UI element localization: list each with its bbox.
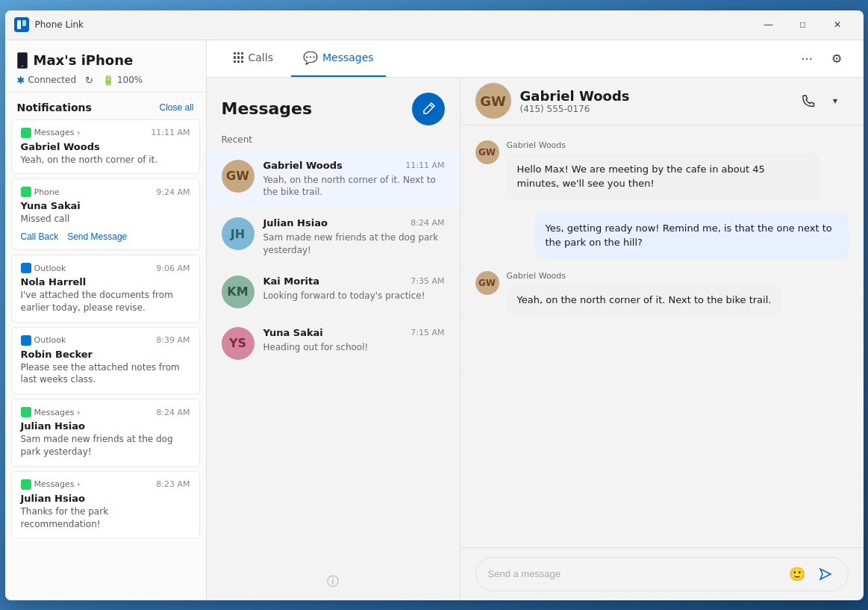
chat-bubble: Hello Max! We are meeting by the cafe in… xyxy=(507,153,820,200)
chat-contact-phone: (415) 555-0176 xyxy=(520,104,786,114)
svg-rect-0 xyxy=(14,17,29,32)
notification-item[interactable]: Messages › 8:24 AM Julian Hsiao Sam made… xyxy=(11,399,200,467)
settings-button[interactable]: ⚙ xyxy=(825,46,849,70)
tab-calls[interactable]: Calls xyxy=(222,40,285,77)
notif-app: Messages › xyxy=(21,128,81,138)
messages-icon xyxy=(21,407,31,417)
chat-bubble: Yeah, on the north corner of it. Next to… xyxy=(507,284,782,317)
message-list-item[interactable]: GW Gabriel Woods 11:11 AM Yeah, on the n… xyxy=(207,151,460,209)
nav-tabs: Calls 💬 Messages xyxy=(222,40,386,77)
phone-app-icon xyxy=(21,187,31,197)
chat-header: GW Gabriel Woods (415) 555-0176 ▾ xyxy=(460,78,864,125)
message-list: GW Gabriel Woods 11:11 AM Yeah, on the n… xyxy=(207,151,460,561)
send-button[interactable] xyxy=(815,564,836,585)
nav-bar: Calls 💬 Messages ⋯ ⚙ xyxy=(207,40,864,78)
minimize-button[interactable]: — xyxy=(752,13,786,36)
close-button[interactable]: ✕ xyxy=(820,13,855,36)
svg-rect-1 xyxy=(17,20,21,29)
info-button[interactable]: ⓘ xyxy=(321,570,345,594)
message-list-item[interactable]: KM Kai Morita 7:35 AM Looking forward to… xyxy=(207,267,460,318)
chat-panel: GW Gabriel Woods (415) 555-0176 ▾ xyxy=(460,78,864,600)
chat-bubble-outgoing: Yes, getting ready now! Remind me, is th… xyxy=(535,212,849,259)
battery-status: 🔋 100% xyxy=(102,75,143,86)
notification-item[interactable]: Phone 9:24 AM Yuna Sakai Missed call Cal… xyxy=(11,178,200,250)
avatar: YS xyxy=(222,327,255,360)
close-all-button[interactable]: Close all xyxy=(159,102,193,113)
messages-tab-icon: 💬 xyxy=(303,51,318,65)
emoji-button[interactable]: 🙂 xyxy=(787,564,808,585)
title-bar: Phone Link — □ ✕ xyxy=(5,10,864,40)
message-input[interactable] xyxy=(488,568,779,579)
device-status: ✱ Connected ↻ 🔋 100% xyxy=(17,75,194,86)
notifications-header: Notifications Close all xyxy=(5,93,206,119)
call-button[interactable] xyxy=(795,87,822,114)
app-logo xyxy=(14,17,29,32)
notifications-title: Notifications xyxy=(17,102,92,113)
device-name: Max's iPhone xyxy=(17,52,194,69)
call-dropdown-button[interactable]: ▾ xyxy=(822,87,849,114)
device-header: Max's iPhone ✱ Connected ↻ 🔋 100% xyxy=(5,40,206,93)
outlook-icon xyxy=(21,263,31,273)
sync-icon: ↻ xyxy=(85,75,93,86)
maximize-button[interactable]: □ xyxy=(786,13,820,36)
messages-icon xyxy=(21,128,31,138)
messages-panel-title: Messages xyxy=(222,99,313,118)
notification-item[interactable]: Outlook 9:06 AM Nola Harrell I've attach… xyxy=(11,255,200,323)
chat-contact-info: Gabriel Woods (415) 555-0176 xyxy=(520,88,786,114)
send-message-button[interactable]: Send Message xyxy=(67,231,127,242)
chat-msg-avatar: GW xyxy=(475,140,499,164)
notif-app: Outlook xyxy=(21,263,66,273)
notif-app: Outlook xyxy=(21,335,66,346)
tab-messages[interactable]: 💬 Messages xyxy=(291,40,386,77)
chat-contact-name: Gabriel Woods xyxy=(520,88,786,104)
chat-msg-avatar: GW xyxy=(475,271,499,295)
chat-input-row: 🙂 xyxy=(475,557,849,591)
messages-panel-header: Messages xyxy=(207,78,460,125)
messages-list-panel: Messages Recent GW Gabriel Woods xyxy=(207,78,460,600)
notifications-list: Messages › 11:11 AM Gabriel Woods Yeah, … xyxy=(5,119,206,600)
sidebar: Max's iPhone ✱ Connected ↻ 🔋 100% xyxy=(5,40,207,600)
app-title: Phone Link xyxy=(35,19,752,30)
messages-icon xyxy=(21,479,31,490)
notif-actions: Call Back Send Message xyxy=(21,231,190,242)
chat-message-outgoing: Yes, getting ready now! Remind me, is th… xyxy=(475,212,849,259)
bluetooth-status: ✱ Connected xyxy=(17,75,77,86)
chat-messages: GW Gabriel Woods Hello Max! We are meeti… xyxy=(460,125,864,547)
notification-item[interactable]: Outlook 8:39 AM Robin Becker Please see … xyxy=(11,327,200,395)
notif-app: Phone xyxy=(21,187,60,197)
call-back-button[interactable]: Call Back xyxy=(21,231,59,242)
nav-actions: ⋯ ⚙ xyxy=(795,46,849,70)
avatar: JH xyxy=(222,217,255,250)
outlook-icon xyxy=(21,335,31,346)
avatar: KM xyxy=(222,276,255,308)
main-content: Max's iPhone ✱ Connected ↻ 🔋 100% xyxy=(5,40,864,600)
notif-app: Messages › xyxy=(21,407,81,417)
more-options-button[interactable]: ⋯ xyxy=(795,46,819,70)
message-list-item[interactable]: YS Yuna Sakai 7:15 AM Heading out for sc… xyxy=(207,318,460,370)
bluetooth-icon: ✱ xyxy=(17,75,25,86)
message-list-item[interactable]: JH Julian Hsiao 8:24 AM Sam made new fri… xyxy=(207,208,460,267)
battery-icon: 🔋 xyxy=(102,75,114,86)
chat-message-incoming: GW Gabriel Woods Yeah, on the north corn… xyxy=(475,271,849,317)
notification-item[interactable]: Messages › 8:23 AM Julian Hsiao Thanks f… xyxy=(11,471,200,539)
sync-status: ↻ xyxy=(85,75,93,86)
calls-grid-icon xyxy=(234,52,244,63)
notif-app: Messages › xyxy=(21,479,81,490)
avatar: GW xyxy=(222,160,255,193)
chat-input-area: 🙂 xyxy=(460,547,864,600)
compose-button[interactable] xyxy=(412,93,445,125)
recent-label: Recent xyxy=(207,125,460,151)
window-controls: — □ ✕ xyxy=(752,13,855,36)
svg-rect-2 xyxy=(22,20,26,26)
phone-icon xyxy=(17,52,28,69)
notification-item[interactable]: Messages › 11:11 AM Gabriel Woods Yeah, … xyxy=(11,119,200,175)
app-window: Phone Link — □ ✕ Max's iPhone ✱ Connecte… xyxy=(5,10,864,600)
chat-contact-avatar: GW xyxy=(475,83,511,119)
chat-message-incoming: GW Gabriel Woods Hello Max! We are meeti… xyxy=(475,140,849,200)
